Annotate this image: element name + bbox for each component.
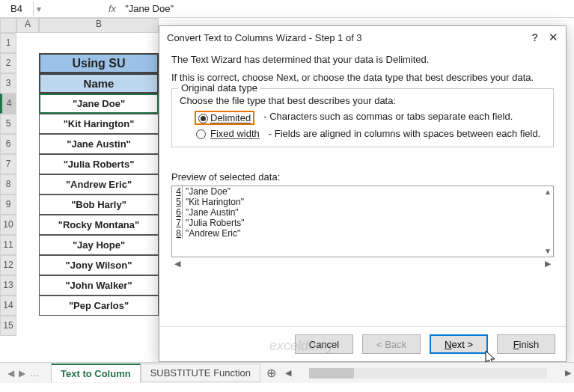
close-icon[interactable]: ✕ <box>549 31 558 44</box>
cell-b7[interactable]: "Julia Roberts" <box>39 154 159 174</box>
tab-nav-more-icon[interactable]: … <box>30 368 39 379</box>
cell-b13[interactable]: "John Walker" <box>39 275 159 295</box>
cancel-button[interactable]: Cancel <box>295 334 353 354</box>
cell-b14[interactable]: "Pep Carlos" <box>39 295 159 316</box>
row-header[interactable]: 15 <box>0 316 16 336</box>
preview-row-num: 4 <box>172 186 183 197</box>
radio-delimited-desc: - Characters such as commas or tabs sepa… <box>263 111 513 122</box>
preview-hscroll-left-icon[interactable]: ◀ <box>174 259 180 269</box>
cell-b10[interactable]: "Rocky Montana" <box>39 215 159 235</box>
row-header-active[interactable]: 4 <box>0 94 16 114</box>
row-header[interactable]: 11 <box>0 235 16 255</box>
row-headers: 1 2 3 4 5 6 7 8 9 10 11 12 13 14 15 <box>0 33 16 340</box>
tab-nav-prev-icon[interactable]: ◀ <box>7 368 14 379</box>
row-header[interactable]: 1 <box>0 33 16 53</box>
delimited-highlight: Delimited <box>195 111 254 125</box>
cell-b11[interactable]: "Jay Hope" <box>39 235 159 255</box>
hscroll-left-icon[interactable]: ◀ <box>282 368 294 378</box>
preview-hscroll-right-icon[interactable]: ▶ <box>545 259 551 269</box>
preview-label: Preview of selected data: <box>171 171 554 183</box>
choose-file-type-text: Choose the file type that best describes… <box>180 95 546 106</box>
table-title: Using SU <box>39 53 159 73</box>
preview-row-text: "Kit Harington" <box>183 197 244 207</box>
row-header[interactable]: 13 <box>0 275 16 295</box>
select-all-corner[interactable] <box>0 18 16 33</box>
cell-b9[interactable]: "Bob Harly" <box>39 195 159 215</box>
cell-b5[interactable]: "Kit Harington" <box>39 114 159 134</box>
preview-box: 4"Jane Doe" 5"Kit Harington" 6"Jane Aust… <box>171 186 554 257</box>
hscroll-right-icon[interactable]: ▶ <box>562 368 574 378</box>
radio-fixed-width-label[interactable]: Fixed width <box>210 128 260 139</box>
original-data-type-fieldset: Original data type Choose the file type … <box>171 88 554 147</box>
preview-row-num: 8 <box>172 228 183 239</box>
finish-button[interactable]: Finish <box>497 334 555 354</box>
tab-nav-next-icon[interactable]: ▶ <box>19 368 25 379</box>
cell-b8[interactable]: "Andrew Eric" <box>39 174 159 195</box>
radio-fixed-width-desc: - Fields are aligned in columns with spa… <box>269 128 540 139</box>
row-header[interactable]: 10 <box>0 215 16 235</box>
name-box-dropdown-icon[interactable]: ▾ <box>34 4 44 14</box>
column-header-a[interactable]: A <box>16 18 39 33</box>
back-button: < Back <box>362 334 421 354</box>
radio-delimited-label[interactable]: Delimited <box>210 112 251 123</box>
sheet-tab-active[interactable]: Text to Column <box>51 364 141 382</box>
horizontal-scrollbar[interactable] <box>309 368 547 379</box>
formula-bar: B4 ▾ fx "Jane Doe" <box>0 0 574 18</box>
table-header-name: Name <box>39 73 159 94</box>
row-header[interactable]: 7 <box>0 154 16 174</box>
name-box[interactable]: B4 <box>0 1 34 16</box>
add-sheet-icon[interactable]: ⊕ <box>260 366 282 380</box>
row-header[interactable]: 9 <box>0 195 16 215</box>
cell-b12[interactable]: "Jony Wilson" <box>39 255 159 275</box>
row-header[interactable]: 2 <box>0 53 16 73</box>
row-header[interactable]: 6 <box>0 134 16 154</box>
next-button[interactable]: Next > <box>430 334 488 354</box>
radio-fixed-width[interactable] <box>196 129 206 139</box>
column-header-b[interactable]: B <box>39 18 159 33</box>
preview-row-text: "Julia Roberts" <box>183 218 245 228</box>
fx-label[interactable]: fx <box>104 3 120 14</box>
row-header[interactable]: 12 <box>0 255 16 275</box>
row-header[interactable]: 3 <box>0 73 16 94</box>
preview-row-text: "Jane Austin" <box>183 207 239 218</box>
preview-row-num: 7 <box>172 218 183 228</box>
row-header[interactable]: 14 <box>0 295 16 316</box>
sheet-tab-bar: ◀ ▶ … Text to Column SUBSTITUTE Function… <box>0 362 574 383</box>
preview-row-num: 6 <box>172 207 183 218</box>
radio-delimited[interactable] <box>198 114 208 123</box>
formula-input[interactable]: "Jane Doe" <box>120 3 574 14</box>
dialog-button-row: Cancel < Back Next > Finish <box>159 326 566 361</box>
cell-b6[interactable]: "Jane Austin" <box>39 134 159 154</box>
text-to-columns-dialog: Convert Text to Columns Wizard - Step 1 … <box>159 25 567 362</box>
preview-row-text: "Andrew Eric" <box>183 228 240 239</box>
preview-scroll-down-icon[interactable]: ▼ <box>544 247 552 255</box>
fieldset-legend: Original data type <box>178 82 260 94</box>
preview-scroll-up-icon[interactable]: ▲ <box>544 188 552 196</box>
help-icon[interactable]: ? <box>531 31 538 43</box>
cell-b4[interactable]: "Jane Doe" <box>39 94 159 114</box>
sheet-tab-other[interactable]: SUBSTITUTE Function <box>141 364 260 382</box>
hscroll-thumb[interactable] <box>309 368 354 379</box>
preview-row-num: 5 <box>172 197 183 207</box>
dialog-titlebar[interactable]: Convert Text to Columns Wizard - Step 1 … <box>159 26 566 49</box>
dialog-intro-1: The Text Wizard has determined that your… <box>171 53 554 67</box>
dialog-title: Convert Text to Columns Wizard - Step 1 … <box>167 32 362 43</box>
preview-row-text: "Jane Doe" <box>183 186 230 197</box>
row-header[interactable]: 8 <box>0 174 16 195</box>
row-header[interactable]: 5 <box>0 114 16 134</box>
